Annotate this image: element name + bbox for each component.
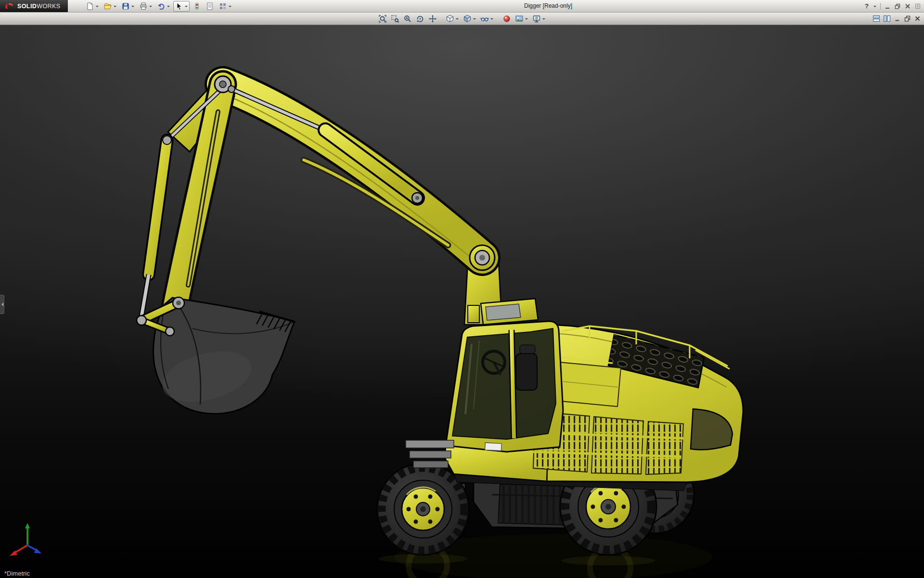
heads-up-toolbar-row (0, 13, 924, 25)
help-button[interactable]: ? (865, 2, 869, 10)
pan-icon (428, 14, 437, 23)
roof-window (486, 304, 521, 320)
heads-up-view-toolbar (377, 13, 547, 25)
new-document-icon (86, 2, 94, 11)
app-window-controls: ? (865, 0, 921, 12)
rebuild-icon (192, 2, 201, 11)
doc-restore-button[interactable] (904, 15, 911, 22)
options-button[interactable] (217, 1, 233, 12)
boom-arm[interactable] (141, 73, 502, 325)
customize-button[interactable] (914, 3, 921, 10)
edit-appearance-button[interactable] (501, 13, 513, 24)
save-button[interactable] (120, 1, 136, 12)
rebuild-button[interactable] (191, 1, 203, 12)
bucket[interactable] (154, 298, 295, 414)
driver-seat (516, 354, 537, 390)
standard-toolbar (84, 1, 233, 12)
apply-scene-button[interactable] (513, 13, 530, 24)
zoom-to-area-icon (391, 14, 399, 23)
document-window-controls (873, 13, 921, 25)
digger-model[interactable] (0, 25, 924, 578)
view-orientation-label: *Dimetric (4, 570, 30, 577)
close-button[interactable] (904, 3, 911, 10)
access-steps (406, 440, 454, 468)
hide-show-glasses-icon (480, 14, 489, 23)
solidworks-logo-icon (4, 2, 14, 10)
dropdown-caret[interactable] (131, 6, 134, 9)
display-style-icon (463, 14, 472, 23)
dropdown-caret[interactable] (96, 6, 99, 9)
graphics-area[interactable]: *Dimetric (0, 25, 924, 578)
zoom-in-out-icon (403, 14, 412, 23)
view-orientation-button[interactable] (444, 13, 461, 24)
file-properties-icon (205, 2, 214, 11)
dropdown-caret[interactable] (114, 6, 116, 9)
zoom-to-fit-icon (378, 14, 387, 23)
dropdown-caret[interactable] (185, 6, 188, 9)
dropdown-caret[interactable] (525, 18, 528, 21)
dropdown-caret[interactable] (456, 18, 459, 21)
minimize-button[interactable] (884, 3, 891, 10)
select-cursor-icon (175, 2, 183, 11)
undo-button[interactable] (155, 1, 172, 12)
title-bar: SOLIDWORKS (0, 0, 924, 13)
tile-horizontal-button[interactable] (873, 15, 880, 22)
open-folder-icon (103, 2, 112, 11)
new-document-button[interactable] (84, 1, 101, 12)
separator (880, 3, 881, 10)
print-icon (139, 2, 148, 11)
rotate-view-icon (416, 14, 424, 23)
display-style-button[interactable] (462, 13, 478, 24)
help-dropdown-caret[interactable] (873, 6, 876, 9)
orientation-triad (7, 520, 48, 562)
open-document-button[interactable] (102, 1, 118, 12)
pan-button[interactable] (427, 13, 438, 24)
zoom-to-fit-button[interactable] (377, 13, 388, 24)
cab-front-decal (485, 443, 502, 451)
dropdown-caret[interactable] (149, 6, 152, 9)
rotate-view-button[interactable] (414, 13, 426, 24)
dropdown-caret[interactable] (229, 6, 231, 9)
save-icon (121, 2, 130, 11)
dropdown-caret[interactable] (542, 18, 545, 21)
solidworks-logo: SOLIDWORKS (0, 0, 68, 12)
view-settings-button[interactable] (531, 13, 547, 24)
zoom-to-area-button[interactable] (389, 13, 401, 24)
window-title: Digger [Read-only] (524, 0, 572, 12)
tile-vertical-button[interactable] (883, 15, 891, 22)
apply-scene-icon (515, 14, 524, 23)
panel-expand-handle[interactable] (0, 295, 4, 314)
triad-y-axis (25, 523, 30, 528)
cab[interactable] (446, 299, 563, 452)
file-properties-button[interactable] (204, 1, 216, 12)
hide-show-items-button[interactable] (479, 13, 495, 24)
dropdown-caret[interactable] (167, 6, 170, 9)
view-orientation-cube-icon (446, 14, 454, 23)
view-settings-icon (532, 14, 541, 23)
options-grid-icon (218, 2, 227, 11)
print-button[interactable] (138, 1, 154, 12)
dropdown-caret[interactable] (490, 18, 493, 21)
doc-minimize-button[interactable] (894, 15, 901, 22)
dropdown-caret[interactable] (473, 18, 476, 21)
select-button[interactable] (173, 1, 190, 12)
brand-text: SOLIDWORKS (17, 3, 60, 10)
appearance-sphere-icon (502, 14, 511, 23)
doc-close-button[interactable] (914, 15, 921, 22)
restore-button[interactable] (894, 3, 901, 10)
zoom-in-out-button[interactable] (402, 13, 413, 24)
stick-hydraulic-cylinder[interactable] (141, 140, 167, 316)
undo-icon (157, 2, 166, 11)
collapse-arrow-icon (0, 302, 3, 306)
